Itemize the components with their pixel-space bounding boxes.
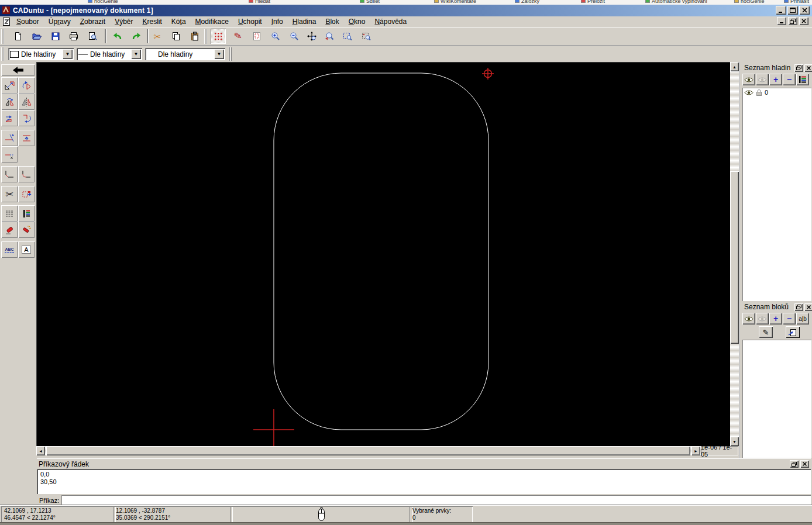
menu-item-vyber[interactable]: Výběr [110,17,137,26]
mirror-tool-button[interactable] [1,94,18,110]
dropdown-arrow-icon[interactable]: ▼ [214,49,224,59]
vertical-scroll-thumb[interactable] [730,171,739,344]
menu-item-kota[interactable]: Kóta [167,17,191,26]
attributes-tool-button[interactable] [1,205,18,222]
fillet-tool-button[interactable] [18,166,35,182]
vertical-scrollbar[interactable]: ▲ ▼ [730,62,739,446]
zoom-in-button[interactable] [268,29,283,44]
color-combobox[interactable]: Dle hladiny ▼ [8,48,74,60]
layer-row[interactable]: 0 [742,88,811,97]
maximize-button[interactable] [787,6,798,15]
toolbar-handle[interactable] [204,29,208,44]
rotate-tool-button[interactable] [18,77,35,94]
command-panel-close-button[interactable] [800,460,809,468]
print-button[interactable] [66,29,81,44]
zoom-previous-button[interactable] [322,29,337,44]
copy-button[interactable] [168,29,184,44]
layer-visibility-icon[interactable] [744,89,753,96]
minimize-button[interactable] [776,6,786,15]
command-panel-float-button[interactable] [790,460,799,468]
menu-item-napoveda[interactable]: Nápověda [370,17,411,26]
line-width-combobox[interactable]: Dle hladiny ▼ [145,48,225,60]
trim-two-tool-button[interactable] [18,130,35,146]
menu-item-okno[interactable]: Okno [344,17,370,26]
bevel-tool-button[interactable] [1,166,18,182]
horizontal-scrollbar[interactable]: ◄ ► [36,446,701,455]
menu-item-info[interactable]: Info [267,17,288,26]
properties-tool-button[interactable] [18,205,35,222]
dropdown-arrow-icon[interactable]: ▼ [131,49,141,59]
drawing-canvas[interactable] [36,62,730,446]
horizontal-scroll-thumb[interactable] [46,446,690,455]
new-document-button[interactable] [11,29,26,44]
print-preview-button[interactable] [85,29,100,44]
close-button[interactable] [799,6,810,15]
undo-button[interactable] [110,29,125,44]
toolbar-handle[interactable] [1,47,5,61]
remove-block-button[interactable]: − [783,313,796,324]
scroll-left-button[interactable]: ◄ [36,446,45,455]
layer-panel-close-button[interactable] [804,64,812,72]
layer-panel-float-button[interactable] [794,64,803,72]
block-list[interactable] [742,340,811,458]
block-panel-close-button[interactable] [804,303,812,311]
cut-button[interactable]: ✂ [150,29,165,44]
mdi-minimize-button[interactable] [777,17,786,25]
draft-pen-button[interactable]: ✎ [230,29,246,44]
divide-tool-button[interactable]: ✂ [1,186,18,202]
menu-item-upravy[interactable]: Úpravy [44,17,75,26]
layers-show-all-button[interactable] [742,74,755,85]
mirror-axis-tool-button[interactable] [18,94,35,110]
draft-mode-button[interactable] [249,29,264,44]
remove-layer-button[interactable]: − [783,74,796,85]
move-tool-button[interactable] [1,77,18,94]
menu-item-blok[interactable]: Blok [321,17,343,26]
add-block-button[interactable]: + [769,313,782,324]
mdi-restore-button[interactable] [788,17,797,25]
menu-item-modifikace[interactable]: Modifikace [191,17,233,26]
edit-block-button[interactable]: ✎ [759,326,773,338]
redo-button[interactable] [129,29,144,44]
scroll-up-button[interactable]: ▲ [730,62,739,71]
dropdown-arrow-icon[interactable]: ▼ [63,49,73,59]
layer-list[interactable]: 0 [742,88,811,301]
command-history[interactable]: 0,030,50 [37,469,811,494]
menu-item-soubor[interactable]: Soubor [12,17,44,26]
command-input[interactable] [61,495,811,505]
layers-hide-all-button[interactable] [756,74,769,85]
grid-toggle-button[interactable] [211,29,226,44]
stretch-tool-button[interactable] [18,186,35,202]
zoom-auto-button[interactable] [304,29,319,44]
rotate-two-tool-button[interactable] [18,110,35,126]
blocks-show-all-button[interactable] [742,313,755,324]
move-rotate-tool-button[interactable] [1,110,18,126]
menu-item-hladina[interactable]: Hladina [288,17,321,26]
insert-block-button[interactable] [786,326,800,338]
back-button[interactable] [1,64,35,76]
blocks-hide-all-button[interactable] [756,313,769,324]
mdi-close-button[interactable] [799,17,808,25]
delete-tool-button[interactable] [1,222,18,238]
paste-button[interactable] [187,29,202,44]
zoom-window-button[interactable] [340,29,355,44]
menu-item-zobrazit[interactable]: Zobrazit [75,17,110,26]
rename-block-button[interactable]: a|b [796,313,809,324]
scroll-right-button[interactable]: ► [691,446,700,455]
toolbar-handle[interactable] [1,29,5,44]
zoom-pan-button[interactable] [359,29,374,44]
edit-text-tool-button[interactable]: ABC [1,241,18,258]
text-tool-button[interactable]: A [18,241,35,258]
toolbar-handle[interactable] [229,47,232,61]
line-type-combobox[interactable]: Dle hladiny ▼ [77,48,142,60]
explode-tool-button[interactable] [18,222,35,238]
open-document-button[interactable] [29,29,44,44]
add-layer-button[interactable]: + [769,74,782,85]
menu-item-kreslit[interactable]: Kreslit [137,17,166,26]
layer-lock-icon[interactable] [756,89,762,96]
zoom-out-button[interactable] [287,29,302,44]
block-panel-float-button[interactable] [794,303,803,311]
trim-amount-tool-button[interactable] [1,146,18,163]
menu-item-uchopit[interactable]: Uchopit [233,17,267,26]
trim-tool-button[interactable] [1,130,18,146]
document-icon[interactable] [2,18,11,26]
